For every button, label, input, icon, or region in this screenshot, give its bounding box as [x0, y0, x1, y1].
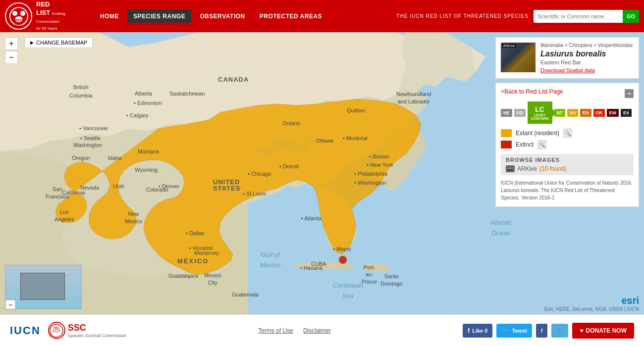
- browse-images-section: BROWSE IMAGES 📷 ARKive (10 found): [501, 154, 634, 175]
- facebook-share-button[interactable]: f: [536, 324, 548, 338]
- zoom-out-button[interactable]: −: [5, 51, 18, 64]
- download-spatial-link[interactable]: Download Spatial data: [540, 67, 634, 73]
- map-container: CANADA UNITED STATES MÉXICO CUBA Atlanti…: [0, 32, 644, 314]
- camera-icon: 📷: [506, 165, 515, 172]
- legend-extinct-label: Extinct: [516, 141, 534, 148]
- basemap-toggle-button[interactable]: CHANGE BASEMAP: [25, 37, 93, 48]
- donate-button[interactable]: ♥ DONATE NOW: [572, 323, 634, 339]
- lc-arrow: [552, 109, 556, 117]
- legend-extinct-color: [501, 141, 512, 148]
- arkive-count: (10 found): [539, 165, 567, 172]
- footer-social: f Like 0 🐦 Tweet f 🐦 ♥ DONATE NOW: [463, 323, 634, 339]
- esri-text: Esri, HERE, DeLorme, NGA, USGS | IUCN: [544, 306, 639, 312]
- status-panel: >Back to Red List Page − NE DD LC LEASTC…: [495, 83, 639, 207]
- ssc-logo: SSC SSC Species Survival Commission: [48, 322, 127, 339]
- legend-extant-info-icon[interactable]: 🔍: [563, 129, 572, 138]
- mini-map: −: [5, 265, 82, 309]
- zoom-controls: + −: [5, 37, 18, 64]
- facebook-icon: f: [468, 327, 470, 334]
- mini-map-viewport: [20, 273, 65, 300]
- iucn-footer-logo: IUCN: [10, 324, 41, 337]
- species-thumb-label: ARKive: [502, 44, 516, 48]
- svg-point-11: [339, 256, 347, 264]
- legend-extinct: Extinct 🔍: [501, 140, 634, 149]
- header: RED LIST REDLIST GuidingConservationfor …: [0, 0, 644, 32]
- esri-attribution: esri Esri, HERE, DeLorme, NGA, USGS | IU…: [544, 295, 639, 312]
- species-info: Mammalia > Chiroptera > Vespertilionidae…: [540, 43, 634, 73]
- footer: IUCN SSC SSC Species Survival Commission…: [0, 314, 644, 346]
- species-breadcrumb: Mammalia > Chiroptera > Vespertilionidae: [540, 43, 634, 48]
- svg-point-1: [12, 11, 17, 16]
- citation-text: IUCN (International Union for Conservati…: [501, 179, 634, 201]
- logo-area: RED LIST REDLIST GuidingConservationfor …: [5, 0, 84, 32]
- arkive-label: ARKive: [517, 165, 537, 172]
- legend-extant-label: Extant (resident): [516, 130, 559, 137]
- twitter-share-button[interactable]: 🐦: [551, 324, 568, 338]
- esri-logo: esri: [544, 295, 639, 306]
- browse-images-title: BROWSE IMAGES: [506, 157, 629, 163]
- status-row: NE DD LC LEASTCONCERN NT VU EN CR EW EX: [501, 101, 634, 124]
- status-ne: NE: [501, 109, 512, 117]
- status-ew: EW: [607, 109, 619, 117]
- fb-share-icon: f: [541, 328, 543, 334]
- tweet-label: Tweet: [512, 328, 527, 334]
- donate-label: DONATE NOW: [586, 327, 627, 334]
- ssc-text: SSC: [68, 323, 127, 333]
- lc-label: LC: [535, 105, 544, 113]
- iucn-tagline: THE IUCN RED LIST OF THREATENED SPECIES: [397, 13, 529, 19]
- terms-of-use-link[interactable]: Terms of Use: [258, 327, 293, 334]
- species-thumbnail: ARKive: [501, 43, 536, 72]
- legend-extinct-info-icon[interactable]: 🔍: [537, 140, 546, 149]
- nav-home[interactable]: HOME: [94, 10, 125, 23]
- status-dd: DD: [514, 109, 526, 117]
- ssc-text-area: SSC Species Survival Commission: [68, 323, 127, 338]
- search-input[interactable]: [534, 13, 623, 19]
- minimize-button[interactable]: −: [625, 89, 634, 98]
- species-card: ARKive Mammalia > Chiroptera > Vespertil…: [495, 37, 639, 79]
- nav-species-range[interactable]: SPECIES RANGE: [127, 10, 191, 23]
- mini-zoom-out-button[interactable]: −: [5, 300, 15, 309]
- nav-protected-areas[interactable]: PROTECTED AREAS: [254, 10, 328, 23]
- like-label: Like 0: [472, 328, 487, 334]
- tw-share-icon: 🐦: [556, 327, 563, 334]
- svg-text:SSC: SSC: [54, 326, 60, 329]
- twitter-icon: 🐦: [501, 327, 509, 334]
- donate-icon: ♥: [580, 327, 583, 334]
- status-lc: LC LEASTCONCERN: [528, 101, 552, 124]
- nav-observation[interactable]: OBSERVATION: [194, 10, 251, 23]
- right-panel: ARKive Mammalia > Chiroptera > Vespertil…: [495, 37, 639, 207]
- main-nav: HOME SPECIES RANGE OBSERVATION PROTECTED…: [84, 10, 397, 23]
- go-button[interactable]: GO: [623, 10, 639, 23]
- twitter-tweet-button[interactable]: 🐦 Tweet: [496, 324, 532, 338]
- facebook-like-button[interactable]: f Like 0: [463, 324, 493, 338]
- zoom-in-button[interactable]: +: [5, 37, 18, 50]
- ssc-subtitle: Species Survival Commission: [68, 333, 127, 338]
- disclaimer-link[interactable]: Disclaimer: [303, 327, 331, 334]
- header-right: THE IUCN RED LIST OF THREATENED SPECIES …: [397, 10, 639, 23]
- iucn-text: IUCN: [10, 324, 41, 337]
- legend: Extant (resident) 🔍 Extinct 🔍: [501, 129, 634, 149]
- mini-map-inner: [5, 265, 81, 309]
- arkive-link[interactable]: 📷 ARKive (10 found): [506, 165, 629, 172]
- ssc-emblem: SSC: [48, 322, 65, 339]
- svg-text:RED: RED: [14, 18, 23, 22]
- species-scientific-name: Lasiurus borealis: [540, 49, 634, 58]
- lc-sub: LEASTCONCERN: [531, 113, 548, 120]
- footer-center: Terms of Use Disclaimer: [126, 327, 463, 334]
- logo-text: REDLIST GuidingConservationfor 50 Years: [36, 0, 65, 32]
- status-cr: CR: [593, 109, 605, 117]
- status-vu: VU: [567, 109, 579, 117]
- footer-logos: IUCN SSC SSC Species Survival Commission: [10, 322, 126, 339]
- legend-extant-color: [501, 129, 512, 137]
- search-bar: GO: [534, 10, 639, 23]
- status-en: EN: [580, 109, 591, 117]
- back-to-redlist-link[interactable]: >Back to Red List Page: [501, 88, 563, 95]
- svg-point-2: [20, 11, 25, 16]
- species-common-name: Eastern Red Bat: [540, 59, 634, 65]
- svg-text:LIST: LIST: [15, 22, 23, 26]
- status-ex: EX: [621, 109, 632, 117]
- logo-icon: RED LIST: [5, 2, 32, 30]
- legend-extant: Extant (resident) 🔍: [501, 129, 634, 138]
